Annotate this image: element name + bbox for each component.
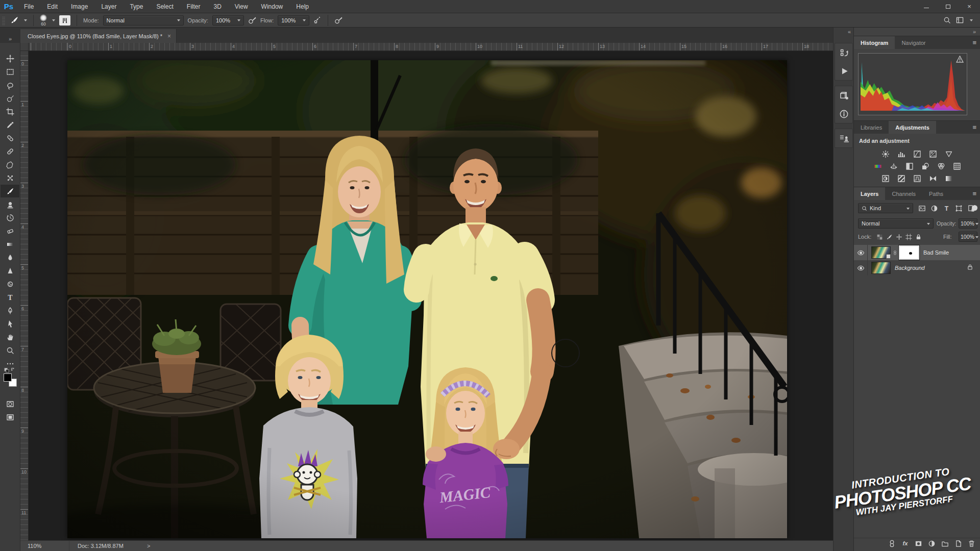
panel-icon-actions[interactable] xyxy=(835,62,852,80)
adjustment-posterize-icon[interactable] xyxy=(895,173,908,184)
adjustment-invert-icon[interactable] xyxy=(879,173,892,184)
panel-menu-icon[interactable]: ≡ xyxy=(968,36,980,49)
tool-eyedropper[interactable] xyxy=(1,118,19,131)
flow-select[interactable]: 100% xyxy=(278,15,309,26)
brush-picker-caret[interactable] xyxy=(52,19,55,23)
tool-pen[interactable] xyxy=(1,304,19,317)
shape-layers-filter-icon[interactable] xyxy=(954,204,964,213)
airbrush-icon[interactable] xyxy=(313,16,322,24)
ruler-vertical[interactable]: 01234567891011 xyxy=(20,51,29,540)
panel-menu-icon[interactable]: ≡ xyxy=(968,121,980,134)
close-button[interactable]: × xyxy=(959,0,980,13)
adjustment-exposure-icon[interactable] xyxy=(927,149,939,159)
add-layer-mask-button[interactable] xyxy=(915,540,922,549)
workspace-caret[interactable] xyxy=(970,19,973,23)
menu-help[interactable]: Help xyxy=(289,0,315,13)
tool-zoom[interactable] xyxy=(1,344,19,357)
adjustment-color-balance-icon[interactable] xyxy=(888,161,900,171)
visibility-toggle[interactable] xyxy=(854,260,868,276)
tab-layers[interactable]: Layers xyxy=(854,187,885,200)
tool-blur[interactable] xyxy=(1,251,19,264)
tool-spot-healing-brush[interactable] xyxy=(1,132,19,144)
visibility-toggle[interactable] xyxy=(854,245,868,260)
layer-filter-select[interactable]: Kind xyxy=(858,203,913,213)
brush-preset-picker[interactable]: 60 xyxy=(40,14,47,27)
toolbar-collapse-toggle[interactable]: » xyxy=(0,28,20,43)
brush-tool-icon[interactable] xyxy=(10,16,19,24)
adjustment-photo-filter-icon[interactable] xyxy=(919,161,932,171)
tool-smudge[interactable] xyxy=(1,278,19,290)
adjustment-color-lookup-icon[interactable] xyxy=(951,161,963,171)
screen-mode-button[interactable] xyxy=(1,411,19,423)
adjustment-selective-color-icon[interactable] xyxy=(943,173,955,184)
layer-name[interactable]: Bad Smile xyxy=(923,249,949,256)
menu-image[interactable]: Image xyxy=(64,0,94,13)
adjustment-curves-icon[interactable] xyxy=(911,149,923,159)
new-adjustment-layer-button[interactable] xyxy=(928,540,936,549)
fill-select[interactable]: 100% xyxy=(959,232,977,242)
pressure-opacity-icon[interactable] xyxy=(248,16,256,24)
histogram-warning-icon[interactable] xyxy=(956,56,964,63)
adjustment-layers-filter-icon[interactable] xyxy=(929,204,939,213)
menu-select[interactable]: Select xyxy=(150,0,180,13)
panel-icon-3d[interactable] xyxy=(835,86,852,105)
tool-brush[interactable] xyxy=(1,185,19,197)
search-icon[interactable] xyxy=(943,16,951,24)
tool-path-selection[interactable] xyxy=(1,317,19,330)
tab-adjustments[interactable]: Adjustments xyxy=(889,121,936,134)
tool-preset-caret[interactable] xyxy=(24,19,27,23)
tool-move[interactable] xyxy=(1,52,19,65)
workspace-switcher-icon[interactable] xyxy=(956,16,964,24)
dock-expand-toggle[interactable]: « xyxy=(848,29,851,35)
tool-crop[interactable] xyxy=(1,105,19,118)
adjustment-threshold-icon[interactable] xyxy=(911,173,923,184)
menu-window[interactable]: Window xyxy=(255,0,290,13)
lock-all-icon[interactable] xyxy=(915,233,922,242)
adjustment-brightness-contrast-icon[interactable] xyxy=(879,149,892,159)
blend-mode-select[interactable]: Normal xyxy=(103,15,184,26)
menu-view[interactable]: View xyxy=(228,0,255,13)
tab-close-icon[interactable]: × xyxy=(167,33,171,40)
mask-link-icon[interactable] xyxy=(892,249,898,257)
new-layer-button[interactable] xyxy=(954,540,962,549)
layer-thumbnail[interactable] xyxy=(871,262,891,274)
tab-channels[interactable]: Channels xyxy=(885,187,922,200)
status-chevron-icon[interactable]: > xyxy=(147,543,150,549)
adjustment-channel-mixer-icon[interactable] xyxy=(935,161,947,171)
menu-file[interactable]: File xyxy=(17,0,40,13)
adjustment-gradient-map-icon[interactable] xyxy=(927,173,939,184)
minimize-button[interactable] xyxy=(916,0,937,13)
layer-filter-toggle[interactable] xyxy=(972,205,977,211)
tool-clone-stamp[interactable] xyxy=(1,198,19,211)
tool-type[interactable]: T xyxy=(1,291,19,304)
menu-type[interactable]: Type xyxy=(123,0,150,13)
canvas-image[interactable]: MAGIC xyxy=(67,60,787,538)
adjustment-hue-saturation-icon[interactable] xyxy=(872,161,884,171)
menu-filter[interactable]: Filter xyxy=(180,0,207,13)
layer-row-background[interactable]: Background xyxy=(854,260,980,276)
lock-transparency-icon[interactable] xyxy=(876,233,883,242)
tool-history-brush[interactable] xyxy=(1,211,19,224)
layer-row-bad-smile[interactable]: Bad Smile xyxy=(854,245,980,260)
layer-style-button[interactable]: fx xyxy=(901,540,909,549)
tool-rectangular-marquee[interactable] xyxy=(1,65,19,78)
lock-pixels-icon[interactable] xyxy=(886,233,893,242)
quick-mask-button[interactable] xyxy=(1,398,19,410)
layer-thumbnail[interactable] xyxy=(871,246,891,259)
panel-icon-info[interactable] xyxy=(835,105,852,123)
foreground-color-swatch[interactable] xyxy=(4,373,12,382)
delete-layer-button[interactable] xyxy=(968,540,975,549)
layers-opacity-select[interactable]: 100% xyxy=(959,218,977,229)
tool-eraser[interactable] xyxy=(1,224,19,237)
tab-histogram[interactable]: Histogram xyxy=(854,36,895,49)
new-group-button[interactable] xyxy=(941,540,949,549)
panels-collapse-toggle[interactable]: » xyxy=(973,29,976,35)
panel-icon-history[interactable] xyxy=(835,43,852,62)
tab-paths[interactable]: Paths xyxy=(922,187,950,200)
tool-quick-selection[interactable] xyxy=(1,92,19,105)
tool-lasso[interactable] xyxy=(1,79,19,91)
tool-sharpen[interactable] xyxy=(1,264,19,277)
layer-name[interactable]: Background xyxy=(895,265,925,271)
tool-healing-brush[interactable] xyxy=(1,145,19,158)
tab-navigator[interactable]: Navigator xyxy=(895,36,932,49)
